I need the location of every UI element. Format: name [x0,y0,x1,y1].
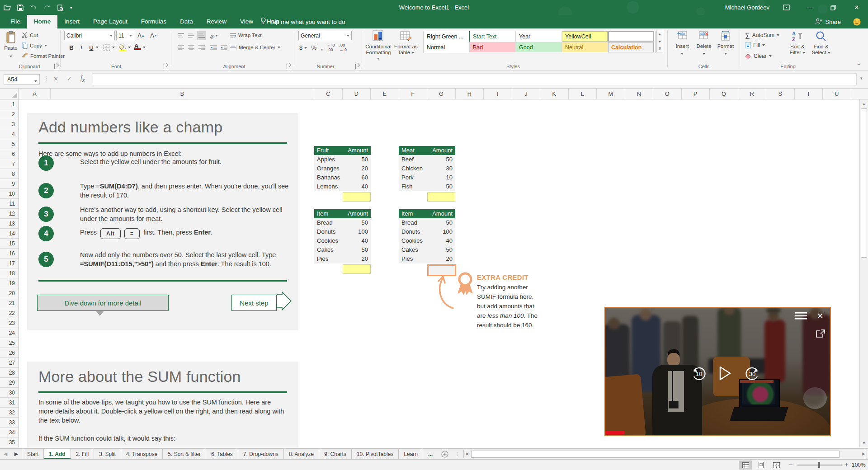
horizontal-scrollbar[interactable]: ◀ ▶ [463,450,867,458]
scroll-down-icon[interactable]: ▼ [861,439,867,446]
cut-button[interactable]: Cut [22,32,38,38]
row-header-16[interactable]: 16 [0,249,19,258]
cancel-entry-icon[interactable]: ✕ [53,75,58,82]
row-header-2[interactable]: 2 [0,109,19,119]
ribbon-tab-file[interactable]: File [4,15,27,28]
insert-cells-button[interactable]: Insert [672,31,693,57]
accounting-format-icon[interactable]: $ [299,44,307,51]
align-middle-icon[interactable] [187,31,196,40]
borders-icon[interactable] [103,44,110,53]
row-header-31[interactable]: 31 [0,398,19,408]
close-button[interactable]: ✕ [850,2,863,14]
cell-style-right-green-[interactable]: Right Green ... [424,31,470,42]
page-break-view-button[interactable] [769,461,783,470]
cell-style-calculation[interactable]: Calculation [608,42,654,52]
fill-color-icon[interactable] [118,43,127,53]
column-header-L[interactable]: L [569,89,597,99]
row-header-9[interactable]: 9 [0,179,19,189]
column-header-E[interactable]: E [371,89,399,99]
row-header-26[interactable]: 26 [0,348,19,358]
font-family-select[interactable]: Calibri [64,31,115,40]
video-play-button[interactable] [718,366,732,383]
column-header-D[interactable]: D [343,89,371,99]
find-select-button[interactable]: Find &Select [810,30,832,56]
sheet-tab-10-pivottables[interactable]: 10. PivotTables [352,449,399,459]
answer-cell-yellow[interactable] [343,192,371,202]
row-header-30[interactable]: 30 [0,388,19,398]
row-header-3[interactable]: 3 [0,119,19,129]
column-header-H[interactable]: H [456,89,484,99]
video-skip-forward-button[interactable]: 30 [745,366,760,383]
sheet-tab-learn[interactable]: Learn [399,449,423,459]
column-header-B[interactable]: B [51,89,314,99]
row-header-17[interactable]: 17 [0,258,19,268]
name-box-caret[interactable] [34,77,37,85]
column-header-R[interactable]: R [738,89,767,99]
video-progress-bar[interactable] [605,431,624,434]
video-popout-icon[interactable] [816,329,825,339]
orientation-icon[interactable]: ab [209,31,218,40]
row-header-29[interactable]: 29 [0,378,19,388]
column-header-S[interactable]: S [766,89,795,99]
row-header-11[interactable]: 11 [0,199,19,209]
cell-style-blank[interactable] [608,31,654,42]
video-menu-icon[interactable] [795,312,807,321]
video-close-icon[interactable]: ✕ [817,311,823,321]
sheet-tab-2-fill[interactable]: 2. Fill [71,449,94,459]
zoom-out-icon[interactable]: − [789,461,793,468]
column-header-N[interactable]: N [625,89,654,99]
increase-indent-icon[interactable] [219,43,228,52]
increase-decimal-icon[interactable]: ←.0.00 [327,43,335,52]
ribbon-tab-home[interactable]: Home [27,15,58,28]
number-format-select[interactable]: General [298,31,352,40]
merge-center-button[interactable]: Merge & Center [230,45,280,50]
column-header-U[interactable]: U [823,89,851,99]
select-all-corner[interactable] [0,89,19,99]
column-header-P[interactable]: P [682,89,710,99]
sheet-tab-7-drop-downs[interactable]: 7. Drop-downs [238,449,284,459]
answer-cell-yellow[interactable] [427,192,455,202]
share-button[interactable]: Share [815,15,841,28]
alignment-dialog-launcher[interactable] [287,64,292,69]
row-header-18[interactable]: 18 [0,268,19,278]
decrease-font-icon[interactable]: A▼ [149,31,158,40]
zoom-level[interactable]: 100% [852,462,866,468]
ribbon-tab-review[interactable]: Review [200,15,233,28]
row-header-7[interactable]: 7 [0,159,19,169]
row-header-14[interactable]: 14 [0,229,19,239]
collapse-ribbon-icon[interactable]: ⌃ [857,63,861,68]
cell-style-year[interactable]: Year [516,31,562,42]
zoom-slider-thumb[interactable] [818,462,820,468]
row-header-19[interactable]: 19 [0,278,19,288]
sort-filter-button[interactable]: AZ Sort &Filter [787,30,808,56]
styles-scroll-up-icon[interactable]: ▲ [658,32,662,36]
cell-style-yellowcell[interactable]: YellowCell [562,31,608,42]
row-header-8[interactable]: 8 [0,169,19,179]
row-header-28[interactable]: 28 [0,368,19,378]
ribbon-tab-page-layout[interactable]: Page Layout [86,15,134,28]
percent-format-icon[interactable]: % [311,44,317,51]
enter-entry-icon[interactable]: ✓ [67,75,72,82]
vscroll-thumb[interactable] [861,108,867,258]
row-header-34[interactable]: 34 [0,428,19,437]
namebox-splitter[interactable]: ⋮ [43,75,49,81]
format-cells-button[interactable]: Format [715,31,736,57]
video-skip-back-button[interactable]: 10 [691,366,707,383]
align-center-icon[interactable] [187,43,196,52]
cell-style-neutral[interactable]: Neutral [562,42,608,52]
normal-view-button[interactable] [739,461,752,470]
sheet-tab-4-transpose[interactable]: 4. Transpose [121,449,163,459]
align-top-icon[interactable] [176,31,185,40]
ribbon-tab-data[interactable]: Data [173,15,200,28]
row-header-35[interactable]: 35 [0,437,19,447]
row-header-1[interactable]: 1 [0,99,19,109]
page-layout-view-button[interactable] [754,461,768,470]
tabbar-splitter[interactable]: ⋮ [452,449,462,459]
row-header-24[interactable]: 24 [0,328,19,338]
hscroll-thumb[interactable] [471,451,840,458]
sheet-tab-start[interactable]: Start [22,449,44,459]
clear-button[interactable]: Clear [745,53,772,59]
column-header-I[interactable]: I [484,89,512,99]
cell-style-bad[interactable]: Bad [470,42,516,52]
data-table-meat-2[interactable]: MeatAmountBeef50Chicken30Pork10Fish50 [399,146,455,191]
